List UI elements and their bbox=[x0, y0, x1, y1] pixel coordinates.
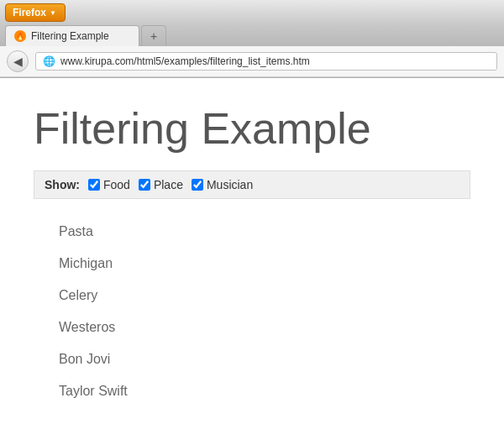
filter-option-place[interactable]: Place bbox=[139, 178, 183, 191]
globe-icon: 🌐 bbox=[43, 55, 55, 67]
tab-bar: 🔥 Filtering Example + bbox=[0, 25, 504, 46]
filter-option-musician[interactable]: Musician bbox=[192, 178, 253, 191]
page-content: Filtering Example Show: Food Place Music… bbox=[0, 78, 504, 432]
tab-favicon: 🔥 bbox=[14, 30, 26, 42]
firefox-menu-button[interactable]: Firefox ▼ bbox=[5, 3, 66, 22]
items-list: Pasta Michigan Celery Westeros Bon Jovi … bbox=[34, 207, 470, 416]
filter-checkbox-place[interactable] bbox=[139, 179, 150, 191]
filter-checkbox-food[interactable] bbox=[88, 179, 100, 191]
list-item: Bon Jovi bbox=[59, 343, 445, 375]
list-item: Pasta bbox=[59, 216, 445, 248]
title-bar: Firefox ▼ bbox=[0, 0, 504, 25]
list-item: Taylor Swift bbox=[59, 375, 445, 407]
nav-bar: ◀ 🌐 www.kirupa.com/html5/examples/filter… bbox=[0, 46, 504, 77]
filter-place-label: Place bbox=[154, 178, 183, 191]
dropdown-arrow-icon: ▼ bbox=[50, 9, 56, 17]
filter-food-label: Food bbox=[103, 178, 130, 191]
filter-bar: Show: Food Place Musician bbox=[34, 170, 470, 199]
filter-checkbox-musician[interactable] bbox=[192, 179, 203, 191]
address-bar[interactable]: 🌐 www.kirupa.com/html5/examples/filterin… bbox=[35, 52, 497, 71]
list-item: Celery bbox=[59, 280, 445, 312]
list-item: Michigan bbox=[59, 248, 445, 280]
back-arrow-icon: ◀ bbox=[13, 55, 23, 68]
back-button[interactable]: ◀ bbox=[7, 50, 29, 72]
active-tab[interactable]: 🔥 Filtering Example bbox=[5, 25, 139, 46]
filter-show-label: Show: bbox=[45, 178, 80, 191]
address-url: www.kirupa.com/html5/examples/filtering_… bbox=[60, 55, 310, 67]
filter-musician-label: Musician bbox=[207, 178, 253, 191]
list-item: Westeros bbox=[59, 312, 445, 343]
page-title: Filtering Example bbox=[34, 103, 470, 154]
browser-chrome: Firefox ▼ 🔥 Filtering Example + ◀ 🌐 www.… bbox=[0, 0, 504, 78]
new-tab-button[interactable]: + bbox=[141, 25, 166, 46]
firefox-label: Firefox bbox=[13, 7, 46, 18]
filter-option-food[interactable]: Food bbox=[88, 178, 130, 191]
tab-title: Filtering Example bbox=[31, 30, 109, 42]
